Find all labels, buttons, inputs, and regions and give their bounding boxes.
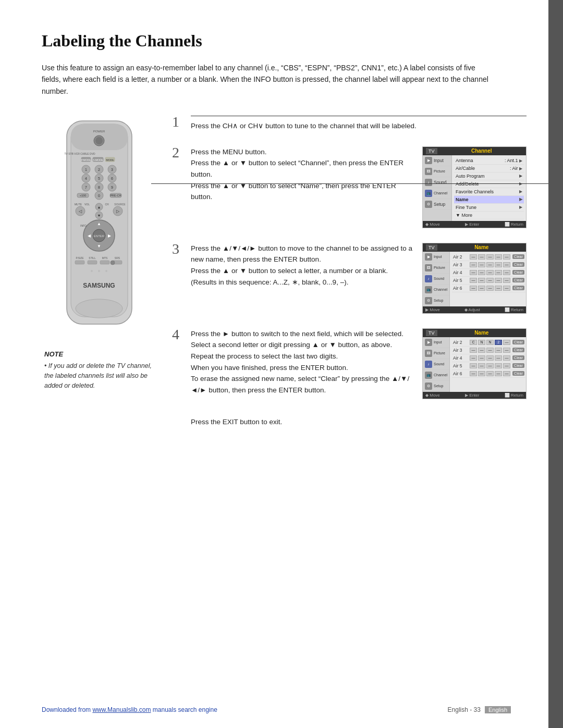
sidebar-setup: ⚙ Setup — [423, 199, 451, 210]
menu-aircable: Air/Cable : Air ▶ — [454, 165, 524, 172]
name-panel-1-tv: TV — [426, 244, 437, 251]
svg-text:MTS: MTS — [102, 256, 107, 260]
picture-icon: 🖼 — [425, 168, 432, 175]
step-2-text: Press the MENU button. Press the ▲ or ▼ … — [191, 146, 414, 203]
step-1-text: Press the CH∧ or CH∨ button to tune to t… — [191, 120, 527, 132]
menu-autoprogram: Auto Program ▶ — [454, 172, 524, 180]
channel-icon: 📺 — [425, 190, 432, 197]
name-panel-2-rows: Air 2 C N N 2 — Clear — [450, 337, 528, 392]
svg-point-5 — [95, 137, 103, 144]
np1-channel-icon: 📺 — [425, 286, 432, 293]
footer-downloaded: Downloaded from — [42, 706, 92, 713]
menu-antenna: Antenna : Ant.1 ▶ — [454, 157, 524, 165]
svg-text:P.MODE: P.MODE — [81, 158, 91, 162]
step-3-number: 3 — [172, 241, 191, 257]
footer-right: English - 33 English — [448, 706, 511, 713]
step-3-text: Press the ▲/▼/◄/► button to move to the … — [191, 243, 414, 288]
svg-rect-63 — [100, 261, 109, 264]
name-panel-2-footer: ◆ Move ▶ Enter ⬜ Return — [423, 392, 526, 399]
svg-text:6: 6 — [111, 177, 113, 180]
np2-row-air2: Air 2 C N N 2 — Clear — [452, 339, 525, 347]
sidebar-channel: 📺 Channel — [423, 188, 451, 199]
menu-more: ▼ More — [454, 212, 524, 219]
svg-text:▼: ▼ — [97, 214, 101, 217]
svg-text:▷: ▷ — [116, 209, 120, 214]
name-panel-2-header: TV Name — [423, 329, 526, 337]
np2-input: ▶ Input — [423, 337, 449, 348]
np2-row-air4: Air 4 — — — — — Clear — [452, 354, 525, 362]
footer-source: Downloaded from www.Manualslib.com manua… — [42, 706, 217, 713]
svg-text:5: 5 — [98, 177, 100, 180]
np1-picture: 🖼 Picture — [423, 263, 449, 274]
svg-text:0: 0 — [98, 194, 100, 198]
svg-point-66 — [91, 270, 93, 272]
np2-row-air6: Air 6 — — — — — Clear — [452, 370, 525, 378]
name-panel-1-title: Name — [440, 244, 523, 250]
menu-adddelete: Add/Delete ▶ — [454, 180, 524, 188]
svg-text:S.MODE: S.MODE — [93, 158, 103, 162]
svg-text:MODE: MODE — [106, 158, 114, 162]
np2-input-icon: ▶ — [425, 339, 432, 346]
name-panel-1-sidebar: ▶ Input 🖼 Picture ♪ Sound — [423, 252, 450, 306]
np1-input-icon: ▶ — [425, 253, 432, 261]
svg-rect-62 — [88, 261, 97, 264]
sidebar-input: ▶ Input — [423, 155, 451, 166]
np2-sound-icon: ♪ — [425, 361, 432, 368]
svg-text:CH: CH — [105, 203, 109, 206]
svg-point-70 — [76, 299, 123, 318]
np1-input: ▶ Input — [423, 252, 449, 263]
svg-text:PRE-CH: PRE-CH — [110, 194, 121, 197]
np1-channel: 📺 Channel — [423, 285, 449, 295]
svg-text:TV STB VCR CABLE DVD: TV STB VCR CABLE DVD — [64, 152, 95, 155]
footer-website-link[interactable]: www.Manualslib.com — [92, 706, 151, 713]
svg-point-67 — [98, 270, 100, 272]
step-3-row: 3 Press the ▲/▼/◄/► button to move to th… — [172, 243, 527, 314]
channel-panel: TV Channel ▶ Input 🖼 — [422, 146, 527, 228]
name-row-air6: Air 6 — — — — — Clear — [452, 285, 525, 292]
svg-point-65 — [111, 261, 115, 265]
menu-finetune: Fine Tune ▶ — [454, 204, 524, 212]
svg-text:SAMSUNG: SAMSUNG — [83, 282, 115, 289]
name-panel-2-body: ▶ Input 🖼 Picture ♪ Sound — [423, 337, 526, 392]
page: Labeling the Channels Use this feature t… — [0, 0, 563, 728]
np2-picture-icon: 🖼 — [425, 350, 432, 357]
svg-text:▼: ▼ — [97, 244, 101, 249]
name-panel-2-sidebar: ▶ Input 🖼 Picture ♪ Sound — [423, 337, 450, 392]
remote-side: POWER TV STB VCR CABLE DVD P.MODE S.MODE… — [42, 116, 156, 390]
name-panel-1-footer: ▶ Move ◆ Adjust ⬜ Return — [423, 306, 526, 313]
svg-text:▲: ▲ — [97, 221, 101, 226]
svg-text:P.SIZE: P.SIZE — [76, 256, 84, 260]
svg-text:2: 2 — [98, 168, 100, 171]
svg-point-68 — [105, 270, 107, 272]
name-row-air5: Air 5 — — — — — Clear — [452, 277, 525, 285]
np2-picture: 🖼 Picture — [423, 348, 449, 359]
name-row-air3: Air 3 — — — — — Clear — [452, 261, 525, 269]
svg-text:1: 1 — [85, 168, 87, 171]
svg-text:SRS: SRS — [114, 256, 120, 260]
remote-illustration: POWER TV STB VCR CABLE DVD P.MODE S.MODE… — [51, 116, 148, 345]
np1-sound-icon: ♪ — [425, 275, 432, 282]
np1-sound: ♪ Sound — [423, 274, 449, 285]
name-row-air4: Air 4 — — — — — Clear — [452, 269, 525, 277]
footer-page-text: English - 33 — [448, 706, 481, 713]
svg-text:4: 4 — [85, 177, 87, 180]
steps-side: 1 Press the CH∧ or CH∨ button to tune to… — [172, 116, 527, 426]
name-panel-2-tv: TV — [426, 330, 437, 336]
note-box: NOTE • If you add or delete the TV chann… — [44, 350, 154, 390]
svg-text:INFO: INFO — [80, 224, 87, 227]
channel-panel-header: TV Channel — [423, 147, 526, 155]
svg-text:+100: +100 — [79, 194, 85, 197]
name-panel-2-title: Name — [440, 330, 523, 336]
np2-sound: ♪ Sound — [423, 359, 449, 370]
page-title: Labeling the Channels — [42, 31, 527, 51]
channel-menu-items: Antenna : Ant.1 ▶ Air/Cable : Air ▶ Auto… — [452, 155, 526, 221]
setup-icon: ⚙ — [425, 201, 432, 208]
step-1-content: Press the CH∧ or CH∨ button to tune to t… — [191, 116, 527, 132]
name-panel-2: TV Name ▶ Input 🖼 Pic — [422, 328, 527, 399]
svg-text:3: 3 — [111, 168, 113, 171]
channel-panel-tv-label: TV — [426, 148, 437, 154]
footer-suffix: manuals search engine — [153, 706, 217, 713]
svg-text:◀: ◀ — [88, 233, 91, 238]
svg-text:POWER: POWER — [93, 130, 105, 133]
step-2-content: Press the MENU button. Press the ▲ or ▼ … — [191, 146, 527, 228]
